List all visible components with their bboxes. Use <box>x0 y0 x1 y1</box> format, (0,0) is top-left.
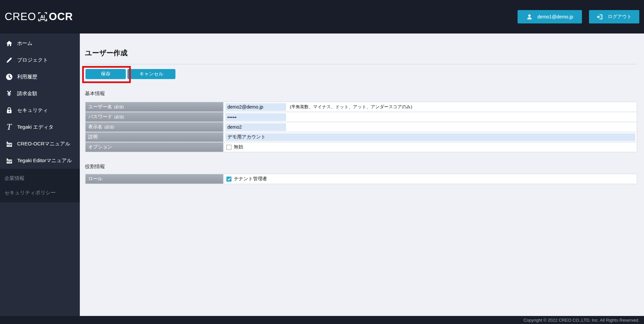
sidebar-item-label: セキュリティポリシー <box>4 190 56 196</box>
clock-icon <box>5 73 13 80</box>
app-logo: CREO AI OCR <box>5 11 73 23</box>
sidebar-item-security-policy[interactable]: セキュリティポリシー <box>0 186 80 200</box>
sidebar-item-label: セキュリティ <box>17 107 48 114</box>
sidebar-item-label: Tegaki エディタ <box>17 124 54 130</box>
description-label-cell: 説明 <box>86 132 223 142</box>
sidebar-item-label: プロジェクト <box>17 57 48 63</box>
pdf-icon: PDF <box>5 157 13 164</box>
save-button[interactable]: 保存 <box>86 69 126 79</box>
required-badge: (必須) <box>114 105 124 110</box>
user-icon <box>526 14 533 20</box>
topbar-actions: demo1@demo.jp ログアウト <box>518 10 639 23</box>
user-account-label: demo1@demo.jp <box>537 14 573 19</box>
title-divider <box>85 64 637 64</box>
disabled-checkbox-label: 無効 <box>234 144 243 150</box>
sidebar-item-label: Tegaki Editorマニュアル <box>17 157 72 164</box>
table-row-password: パスワード (必須) <box>86 112 637 122</box>
sidebar: ホーム プロジェクト 利用履歴 ¥ 請求金額 セキュリティ <box>0 34 80 316</box>
svg-text:PDF: PDF <box>6 143 12 146</box>
topbar: CREO AI OCR demo1@demo.jp <box>0 0 644 34</box>
section-heading-basic-info: 基本情報 <box>85 90 105 97</box>
main-content: ユーザー作成 保存 キャンセル 基本情報 ユーザー名 (必須) (半角英数、マイ… <box>80 34 644 316</box>
home-icon <box>5 40 13 47</box>
sidebar-item-label: 企業情報 <box>4 175 24 182</box>
disabled-checkbox[interactable] <box>226 145 231 150</box>
display-name-input[interactable] <box>225 123 286 131</box>
logout-label: ログアウト <box>608 14 632 20</box>
table-row-role: ロール テナント管理者 <box>86 174 637 184</box>
svg-text:AI: AI <box>40 14 45 19</box>
section-heading-role-info: 役割情報 <box>85 164 105 170</box>
table-row-options: オプション 無効 <box>86 142 637 152</box>
display-name-label-cell: 表示名 (必須) <box>86 122 223 132</box>
footer: Copyright © 2022 CREO CO.,LTD. Inc. All … <box>0 316 644 324</box>
required-badge: (必須) <box>114 115 124 120</box>
sidebar-item-usage-history[interactable]: 利用履歴 <box>0 68 80 85</box>
username-input[interactable] <box>225 103 286 111</box>
sidebar-item-security[interactable]: セキュリティ <box>0 102 80 119</box>
sidebar-item-billing[interactable]: ¥ 請求金額 <box>0 85 80 102</box>
table-row-display-name: 表示名 (必須) <box>86 122 637 132</box>
sidebar-item-label: 請求金額 <box>17 90 37 97</box>
sidebar-item-label: CREO-OCRマニュアル <box>17 141 70 147</box>
ai-ocr-logo-icon: AI <box>37 11 48 22</box>
description-value-cell <box>224 132 637 142</box>
role-info-table: ロール テナント管理者 <box>85 174 637 184</box>
tenant-admin-checkbox-label: テナント管理者 <box>234 176 267 182</box>
role-label-cell: ロール <box>86 174 223 184</box>
svg-text:PDF: PDF <box>6 160 12 163</box>
role-value-cell: テナント管理者 <box>224 174 637 184</box>
username-label-cell: ユーザー名 (必須) <box>86 102 223 112</box>
copyright-text: Copyright © 2022 CREO CO.,LTD. Inc. All … <box>524 318 639 323</box>
display-name-value-cell <box>224 122 637 132</box>
sidebar-item-label: 利用履歴 <box>17 74 37 80</box>
sidebar-item-tegaki-editor[interactable]: T Tegaki エディタ <box>0 119 80 135</box>
table-row-username: ユーザー名 (必須) (半角英数、マイナス、ドット、アット、アンダースコアのみ) <box>86 102 637 112</box>
basic-info-table: ユーザー名 (必須) (半角英数、マイナス、ドット、アット、アンダースコアのみ)… <box>85 102 637 152</box>
sidebar-secondary-section: 企業情報 セキュリティポリシー <box>0 169 80 202</box>
password-input[interactable] <box>225 113 286 121</box>
logo-text-creo: CREO <box>5 11 36 23</box>
pdf-icon: PDF <box>5 140 13 147</box>
description-input[interactable] <box>225 133 635 141</box>
password-label-cell: パスワード (必須) <box>86 112 223 122</box>
required-badge: (必須) <box>104 125 114 130</box>
user-account-button[interactable]: demo1@demo.jp <box>518 10 582 23</box>
username-hint: (半角英数、マイナス、ドット、アット、アンダースコアのみ) <box>290 104 412 110</box>
options-label-cell: オプション <box>86 142 223 152</box>
yen-icon: ¥ <box>5 90 13 97</box>
sidebar-item-label: ホーム <box>17 40 33 47</box>
lock-icon <box>5 107 13 114</box>
sidebar-item-tegaki-editor-manual[interactable]: PDF Tegaki Editorマニュアル <box>0 152 80 169</box>
tegaki-icon: T <box>5 123 13 131</box>
logo-text-ocr: OCR <box>49 11 73 23</box>
cancel-button[interactable]: キャンセル <box>127 69 175 79</box>
pencil-icon <box>5 57 13 64</box>
sidebar-item-project[interactable]: プロジェクト <box>0 52 80 68</box>
page-title: ユーザー作成 <box>85 48 127 58</box>
sidebar-item-company-info[interactable]: 企業情報 <box>0 171 80 186</box>
table-row-description: 説明 <box>86 132 637 142</box>
tenant-admin-checkbox[interactable] <box>226 177 231 182</box>
checkmark-icon <box>227 177 231 181</box>
username-value-cell: (半角英数、マイナス、ドット、アット、アンダースコアのみ) <box>224 102 637 112</box>
sidebar-item-creo-ocr-manual[interactable]: PDF CREO-OCRマニュアル <box>0 135 80 152</box>
sidebar-item-home[interactable]: ホーム <box>0 35 80 52</box>
options-value-cell: 無効 <box>224 142 637 152</box>
logout-icon <box>597 14 603 20</box>
password-value-cell <box>224 112 637 122</box>
logout-button[interactable]: ログアウト <box>589 10 639 23</box>
